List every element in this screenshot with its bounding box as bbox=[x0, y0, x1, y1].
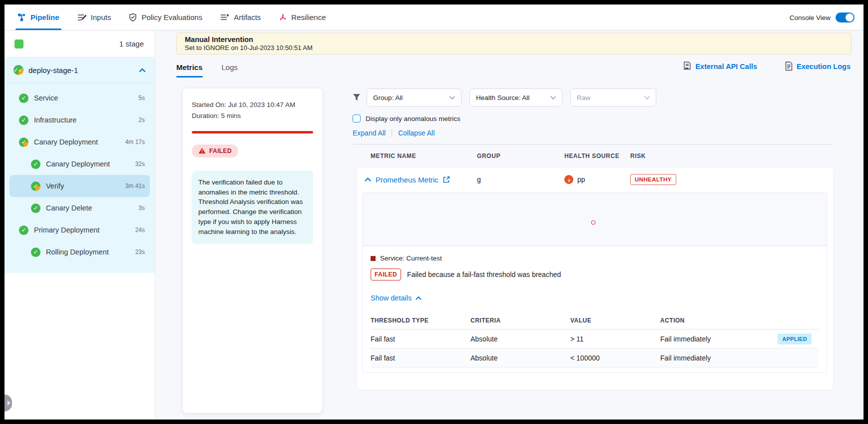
sidebar-step[interactable]: Service 5s bbox=[9, 87, 150, 109]
step-duration: 4m 17s bbox=[125, 138, 145, 146]
step-label: Primary Deployment bbox=[34, 226, 99, 234]
step-duration: 3s bbox=[138, 204, 145, 212]
criteria-cell: Absolute bbox=[470, 354, 570, 362]
collapse-all-link[interactable]: Collapse All bbox=[398, 129, 434, 137]
stage-row-deploy-stage-1[interactable]: ✓ deploy-stage-1 bbox=[4, 58, 155, 82]
tab-label: Policy Evaluations bbox=[141, 13, 202, 22]
step-label: Service bbox=[34, 94, 58, 102]
external-link-icon[interactable] bbox=[443, 176, 450, 183]
execution-logs-link[interactable]: Execution Logs bbox=[785, 62, 851, 71]
tab-inputs[interactable]: Inputs bbox=[77, 4, 111, 30]
failed-badge-label: FAILED bbox=[209, 148, 232, 154]
chart-legend: Service: Current-test bbox=[371, 254, 819, 262]
step-list: Service 5s Infrastructure 2s Canary Depl bbox=[4, 83, 155, 263]
stage-name: deploy-stage-1 bbox=[28, 66, 78, 74]
verification-summary-card: Started On: Jul 10, 2023 10:47 AM Durati… bbox=[183, 88, 322, 413]
warning-triangle-icon bbox=[198, 148, 206, 154]
step-status-icon bbox=[31, 248, 40, 257]
metric-row: Prometheus Metric g pp UNHEALTHY bbox=[357, 168, 833, 192]
column-header-group: GROUP bbox=[477, 152, 564, 160]
step-label: Canary Deployment bbox=[46, 160, 110, 168]
filter-row: Group: All Health Source: All Raw bbox=[353, 88, 834, 106]
step-duration: 23s bbox=[135, 248, 145, 256]
metric-group-value: g bbox=[477, 176, 564, 184]
action-cell: Fail immediately bbox=[660, 335, 711, 343]
tab-artifacts[interactable]: Artifacts bbox=[220, 4, 261, 30]
column-header-health-source: HEALTH SOURCE bbox=[564, 152, 630, 160]
step-duration: 5s bbox=[138, 94, 145, 102]
console-view-toggle[interactable] bbox=[836, 12, 855, 22]
chevron-down-icon bbox=[449, 96, 455, 100]
column-header-action: ACTION bbox=[660, 317, 819, 324]
vertical-divider bbox=[392, 129, 392, 137]
sidebar-step[interactable]: Canary Deployment 32s bbox=[9, 153, 150, 175]
stage-status-square bbox=[14, 40, 23, 48]
step-status-icon bbox=[19, 94, 28, 103]
sidebar-step[interactable]: Canary Deployment 4m 17s bbox=[9, 131, 150, 153]
value-cell: < 100000 bbox=[570, 354, 660, 362]
metric-name-link[interactable]: Prometheus Metric bbox=[376, 176, 438, 184]
tab-label: Inputs bbox=[91, 13, 111, 22]
execution-logs-label: Execution Logs bbox=[797, 62, 851, 70]
main-content: Manual Intervention Set to IGNORE on 10-… bbox=[155, 30, 864, 420]
legend-label: Service: Current-test bbox=[380, 254, 442, 262]
show-details-label: Show details bbox=[371, 294, 412, 302]
filter-funnel-icon bbox=[353, 94, 361, 102]
show-details-link[interactable]: Show details bbox=[371, 294, 422, 302]
sidebar-step[interactable]: Primary Deployment 24s bbox=[9, 219, 150, 241]
expand-all-link[interactable]: Expand All bbox=[353, 129, 386, 137]
tab-pipeline[interactable]: Pipeline bbox=[17, 4, 59, 30]
step-label: Canary Delete bbox=[46, 204, 92, 212]
step-status-icon bbox=[31, 160, 40, 169]
threshold-table-header: THRESHOLD TYPE CRITERIA VALUE ACTION bbox=[371, 312, 819, 330]
top-navigation-bar: Pipeline Inputs Policy Evaluations Artif… bbox=[4, 4, 864, 30]
verification-progress-bar bbox=[192, 131, 313, 134]
tab-logs[interactable]: Logs bbox=[222, 63, 238, 74]
column-header-risk: RISK bbox=[630, 152, 834, 160]
action-cell: Fail immediately bbox=[660, 354, 711, 362]
chevron-up-icon bbox=[416, 296, 422, 300]
tab-policy-evaluations[interactable]: Policy Evaluations bbox=[129, 4, 202, 30]
step-label: Verify bbox=[46, 182, 64, 190]
sidebar-step[interactable]: Verify 3m 41s bbox=[9, 175, 150, 197]
external-api-calls-label: External API Calls bbox=[695, 62, 757, 70]
sidebar-step[interactable]: Infrastructure 2s bbox=[9, 109, 150, 131]
anomalous-metrics-label: Display only anomalous metrics bbox=[366, 115, 460, 122]
panel-expand-handle[interactable] bbox=[4, 394, 12, 412]
verification-message: The verification failed due to anomalies… bbox=[192, 170, 313, 244]
tab-metrics[interactable]: Metrics bbox=[176, 63, 203, 74]
column-header-criteria: CRITERIA bbox=[470, 317, 570, 324]
metric-analysis-panel: Service: Current-test FAILED Failed beca… bbox=[362, 192, 827, 373]
raw-filter-select[interactable]: Raw bbox=[570, 88, 656, 106]
step-label: Rolling Deployment bbox=[46, 248, 109, 256]
group-filter-select[interactable]: Group: All bbox=[367, 88, 461, 106]
artifacts-icon bbox=[220, 14, 229, 21]
anomalous-data-point[interactable] bbox=[591, 220, 595, 224]
tab-resilience[interactable]: Resilience bbox=[279, 4, 326, 30]
raw-filter-placeholder: Raw bbox=[577, 94, 639, 102]
toggle-knob bbox=[846, 14, 854, 22]
tab-label: Artifacts bbox=[234, 13, 261, 22]
step-status-icon bbox=[19, 226, 28, 235]
verification-status-badge: FAILED bbox=[192, 144, 238, 158]
step-status-icon bbox=[31, 204, 40, 213]
step-duration: 32s bbox=[135, 160, 145, 168]
stage-status-icon: ✓ bbox=[13, 65, 23, 75]
health-source-filter-select[interactable]: Health Source: All bbox=[469, 88, 562, 106]
prometheus-icon bbox=[564, 175, 573, 184]
sidebar-step[interactable]: Rolling Deployment 23s bbox=[9, 241, 150, 263]
sidebar-step[interactable]: Canary Delete 3s bbox=[9, 197, 150, 219]
external-api-calls-link[interactable]: External API Calls bbox=[683, 62, 757, 71]
chevron-up-icon[interactable] bbox=[139, 68, 146, 72]
tab-label: Pipeline bbox=[30, 13, 59, 22]
failed-outline-badge: FAILED bbox=[371, 268, 401, 280]
failed-reason-text: Failed because a fail-fast threshold was… bbox=[407, 270, 561, 278]
tab-label: Resilience bbox=[291, 13, 326, 22]
threshold-row: Fail fast Absolute > 11 Fail immediately… bbox=[371, 330, 819, 348]
anomalous-metrics-checkbox[interactable] bbox=[353, 114, 361, 122]
console-view-label: Console View bbox=[790, 14, 831, 22]
chevron-down-icon bbox=[644, 96, 650, 100]
value-cell: > 11 bbox=[570, 335, 660, 343]
collapse-chevron-up-icon[interactable] bbox=[365, 178, 371, 182]
inputs-icon bbox=[77, 14, 86, 22]
